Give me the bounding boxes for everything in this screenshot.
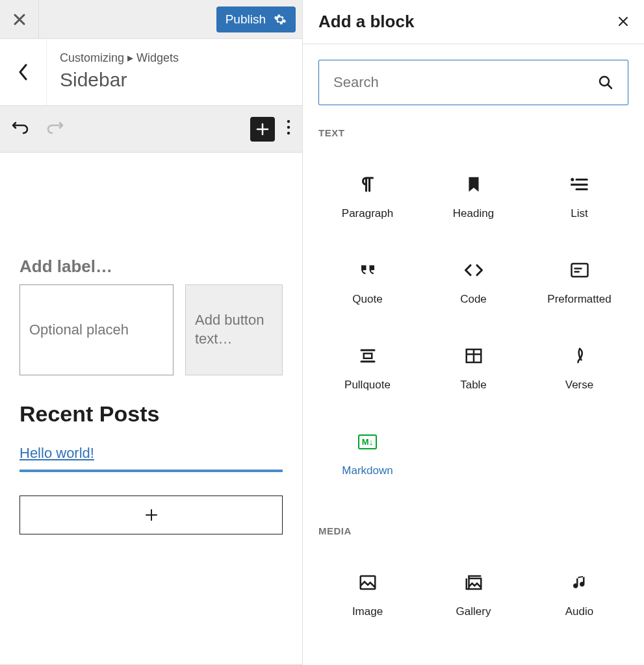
block-label: Image [352, 605, 383, 618]
block-audio[interactable]: Audio [530, 556, 628, 634]
add-widget-button[interactable] [19, 496, 283, 534]
block-list[interactable]: List [530, 158, 628, 236]
block-label: Markdown [342, 464, 393, 477]
markdown-icon: M↓ [357, 431, 379, 453]
breadcrumb: Customizing ▸ Widgets Sidebar [47, 39, 302, 105]
undo-button[interactable] [12, 120, 30, 138]
breadcrumb-row: Customizing ▸ Widgets Sidebar [0, 39, 302, 106]
close-icon [14, 14, 25, 25]
post-divider [19, 470, 283, 472]
block-grid: ImageGalleryAudio [318, 556, 628, 634]
block-label: Audio [565, 605, 593, 618]
image-icon [357, 571, 379, 594]
block-inserter-panel: Add a block TEXTParagraphHeadingListQuot… [303, 0, 644, 665]
svg-rect-7 [363, 353, 372, 358]
block-label: Gallery [456, 605, 491, 618]
section-label: MEDIA [318, 525, 628, 536]
redo-icon [45, 121, 64, 134]
section-label: TEXT [318, 127, 628, 138]
block-label: Verse [565, 379, 593, 392]
block-pullquote[interactable]: Pullquote [318, 329, 417, 407]
inserter-close-button[interactable] [618, 14, 628, 31]
inserter-search[interactable] [318, 60, 628, 105]
editor-toolbar [0, 106, 302, 153]
block-preformatted[interactable]: Preformatted [530, 244, 628, 321]
more-vertical-icon [287, 119, 290, 135]
customizer-panel: Publish Customizing ▸ Widgets Sidebar [0, 0, 303, 665]
publish-button[interactable]: Publish [216, 6, 296, 32]
breadcrumb-section: Widgets [136, 51, 179, 64]
block-label: Preformatted [547, 293, 611, 306]
plus-icon [255, 122, 270, 136]
breadcrumb-parent: Customizing [60, 51, 124, 64]
block-markdown[interactable]: M↓Markdown [318, 415, 417, 493]
block-label: Table [460, 379, 487, 392]
search-icon [598, 75, 613, 90]
search-widget: Optional placeh Add button text… [19, 284, 283, 375]
quote-icon [357, 259, 379, 281]
svg-point-0 [287, 119, 290, 122]
pullquote-icon [357, 345, 379, 367]
block-paragraph[interactable]: Paragraph [318, 158, 417, 236]
search-label-placeholder[interactable]: Add label… [19, 257, 283, 277]
search-input[interactable] [333, 74, 598, 91]
block-label: Code [460, 293, 487, 306]
verse-icon [569, 345, 591, 367]
plus-icon [144, 508, 159, 522]
svg-point-1 [287, 125, 290, 128]
inserter-title: Add a block [318, 12, 414, 32]
block-code[interactable]: Code [424, 244, 522, 321]
bookmark-icon [463, 173, 485, 195]
preformatted-icon [569, 259, 591, 281]
redo-button[interactable] [45, 120, 64, 138]
search-input-placeholder[interactable]: Optional placeh [19, 284, 174, 375]
block-heading[interactable]: Heading [424, 158, 522, 236]
list-icon [569, 173, 591, 195]
add-block-toggle-button[interactable] [250, 117, 275, 142]
svg-point-2 [287, 131, 290, 134]
close-icon [618, 16, 628, 27]
chevron-left-icon [18, 64, 29, 81]
post-link[interactable]: Hello world! [19, 445, 94, 461]
block-verse[interactable]: Verse [530, 329, 628, 407]
gallery-icon [463, 571, 485, 594]
block-image[interactable]: Image [318, 556, 417, 634]
gear-icon [274, 13, 287, 26]
block-label: Heading [453, 207, 494, 220]
top-bar: Publish [0, 0, 302, 39]
page-title: Sidebar [60, 69, 289, 91]
publish-label: Publish [225, 12, 266, 27]
close-button[interactable] [0, 0, 39, 39]
svg-rect-6 [571, 264, 587, 277]
table-icon [463, 345, 485, 367]
code-icon [463, 259, 485, 281]
block-gallery[interactable]: Gallery [424, 556, 522, 634]
search-button-placeholder[interactable]: Add button text… [185, 284, 283, 375]
svg-rect-5 [571, 184, 587, 186]
block-label: Quote [352, 293, 382, 306]
block-label: Pullquote [344, 379, 391, 392]
undo-icon [12, 121, 30, 134]
recent-posts-heading: Recent Posts [19, 401, 283, 427]
inserter-header: Add a block [303, 0, 644, 44]
block-label: List [571, 207, 587, 220]
block-table[interactable]: Table [424, 329, 522, 407]
editor-canvas: Add label… Optional placeh Add button te… [0, 153, 302, 665]
pilcrow-icon [357, 173, 379, 195]
inserter-body: TEXTParagraphHeadingListQuoteCodePreform… [303, 44, 644, 665]
breadcrumb-separator: ▸ [127, 51, 133, 64]
block-label: Paragraph [342, 207, 393, 220]
back-button[interactable] [0, 39, 47, 105]
more-options-button[interactable] [287, 119, 290, 139]
svg-point-4 [571, 178, 574, 181]
audio-icon [569, 571, 591, 594]
block-grid: ParagraphHeadingListQuoteCodePreformatte… [318, 158, 628, 493]
block-quote[interactable]: Quote [318, 244, 417, 321]
